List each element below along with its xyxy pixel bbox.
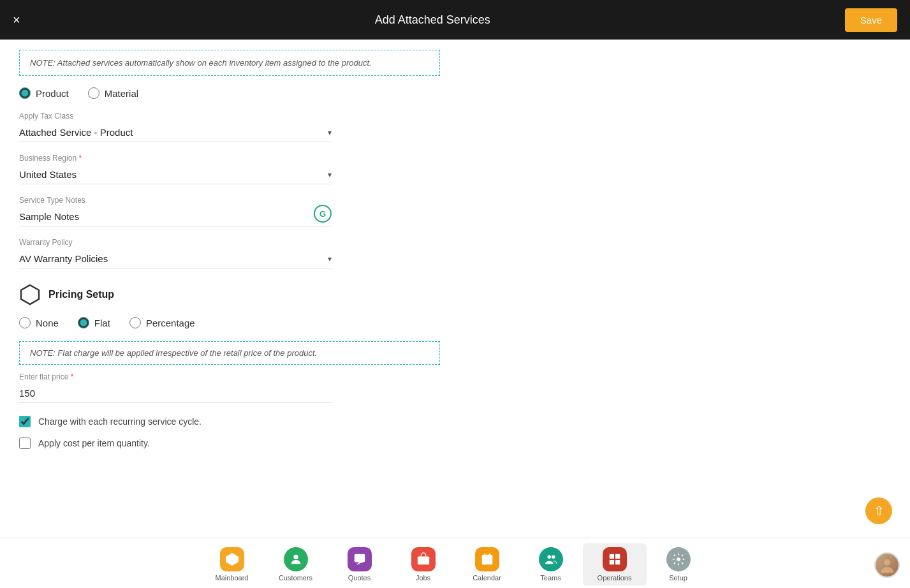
- flat-price-label: Enter flat price *: [19, 372, 332, 381]
- radio-percentage-label: Percentage: [146, 318, 195, 328]
- flat-price-input[interactable]: [19, 384, 332, 403]
- radio-material[interactable]: Material: [88, 87, 138, 99]
- quotes-nav-icon: [348, 547, 372, 571]
- scroll-top-button[interactable]: ⇧: [865, 497, 892, 524]
- nav-setup[interactable]: Setup: [647, 543, 710, 585]
- service-type-notes-field: Service Type Notes G: [19, 196, 332, 226]
- apply-tax-class-arrow-icon: ▾: [328, 128, 332, 137]
- setup-nav-icon: [666, 547, 691, 571]
- warranty-policy-field: Warranty Policy AV Warranty Policies ▾: [19, 238, 332, 268]
- nav-calendar[interactable]: Calendar: [455, 543, 519, 585]
- mainboard-nav-icon: [220, 547, 244, 571]
- jobs-nav-label: Jobs: [416, 574, 430, 582]
- radio-flat[interactable]: Flat: [78, 317, 110, 328]
- flat-price-field: Enter flat price *: [19, 372, 332, 403]
- app-header: × Add Attached Services Save: [0, 0, 910, 40]
- grammarly-icon: G: [314, 205, 332, 223]
- setup-nav-label: Setup: [669, 574, 687, 582]
- jobs-nav-icon: [411, 547, 436, 571]
- pricing-setup-section-header: Pricing Setup: [19, 284, 891, 305]
- svg-marker-1: [226, 553, 239, 566]
- recurring-checkbox-row: Charge with each recurring service cycle…: [19, 416, 891, 427]
- service-type-notes-label: Service Type Notes: [19, 196, 332, 205]
- business-region-field: Business Region * United States ▾: [19, 154, 332, 184]
- apply-tax-class-label: Apply Tax Class: [19, 112, 332, 121]
- teams-nav-label: Teams: [540, 574, 561, 582]
- business-region-value: United States: [19, 169, 77, 180]
- apply-tax-class-dropdown[interactable]: Attached Service - Product ▾: [19, 123, 332, 142]
- svg-rect-3: [354, 554, 365, 562]
- apply-tax-class-field: Apply Tax Class Attached Service - Produ…: [19, 112, 332, 142]
- type-radio-group: Product Material: [19, 87, 891, 99]
- mainboard-nav-label: Mainboard: [216, 574, 249, 582]
- bottom-navigation: Mainboard Customers Quotes: [0, 538, 910, 588]
- svg-point-20: [884, 559, 890, 566]
- radio-product[interactable]: Product: [19, 87, 69, 99]
- service-type-notes-input[interactable]: [19, 207, 332, 226]
- cost-per-item-label: Apply cost per item quantity.: [38, 438, 150, 448]
- customers-nav-label: Customers: [279, 574, 312, 582]
- warranty-policy-arrow-icon: ▾: [328, 254, 332, 263]
- radio-none[interactable]: None: [19, 317, 59, 328]
- cost-per-item-checkbox[interactable]: [19, 437, 31, 449]
- radio-product-label: Product: [36, 88, 69, 99]
- info-note-text: NOTE: Attached services automatically sh…: [30, 58, 429, 68]
- pricing-radio-group: None Flat Percentage: [19, 317, 891, 328]
- svg-point-19: [677, 557, 680, 561]
- business-region-dropdown[interactable]: United States ▾: [19, 165, 332, 184]
- warranty-policy-value: AV Warranty Policies: [19, 253, 108, 264]
- pricing-setup-hex-icon: [19, 284, 41, 305]
- svg-rect-17: [609, 560, 613, 564]
- calendar-nav-icon: [475, 547, 499, 571]
- flat-note-box: NOTE: Flat charge will be applied irresp…: [19, 341, 440, 365]
- business-region-arrow-icon: ▾: [328, 170, 332, 179]
- business-region-label: Business Region *: [19, 154, 332, 163]
- operations-nav-icon: [603, 547, 627, 571]
- quotes-nav-label: Quotes: [348, 574, 371, 582]
- warranty-policy-label: Warranty Policy: [19, 238, 332, 247]
- cost-per-item-checkbox-row: Apply cost per item quantity.: [19, 437, 891, 449]
- teams-nav-icon: [539, 547, 563, 571]
- radio-none-label: None: [36, 318, 59, 328]
- svg-point-2: [293, 555, 298, 559]
- svg-rect-9: [481, 555, 492, 565]
- info-note-box: NOTE: Attached services automatically sh…: [19, 50, 440, 76]
- warranty-policy-dropdown[interactable]: AV Warranty Policies ▾: [19, 249, 332, 268]
- flat-note-text: NOTE: Flat charge will be applied irresp…: [30, 348, 429, 358]
- dialog-title: Add Attached Services: [375, 13, 490, 27]
- save-button[interactable]: Save: [845, 8, 897, 32]
- radio-percentage[interactable]: Percentage: [129, 317, 195, 328]
- svg-rect-15: [609, 554, 613, 559]
- close-button[interactable]: ×: [13, 13, 20, 26]
- main-content: NOTE: Attached services automatically sh…: [0, 40, 910, 538]
- recurring-checkbox[interactable]: [19, 416, 31, 427]
- customers-nav-icon: [284, 547, 308, 571]
- nav-quotes[interactable]: Quotes: [328, 543, 392, 585]
- svg-rect-16: [615, 554, 619, 559]
- radio-material-label: Material: [105, 88, 138, 99]
- calendar-nav-label: Calendar: [473, 574, 501, 582]
- svg-marker-0: [21, 285, 39, 304]
- avatar[interactable]: [874, 552, 900, 578]
- nav-customers[interactable]: Customers: [264, 543, 328, 585]
- radio-flat-label: Flat: [94, 318, 110, 328]
- pricing-setup-title: Pricing Setup: [48, 289, 114, 300]
- nav-teams[interactable]: Teams: [519, 543, 583, 585]
- operations-nav-label: Operations: [598, 574, 632, 582]
- svg-rect-18: [615, 560, 619, 564]
- nav-jobs[interactable]: Jobs: [392, 543, 455, 585]
- svg-point-14: [551, 555, 555, 559]
- svg-point-13: [547, 555, 551, 559]
- apply-tax-class-value: Attached Service - Product: [19, 127, 133, 138]
- nav-operations[interactable]: Operations: [583, 543, 647, 585]
- recurring-label: Charge with each recurring service cycle…: [38, 416, 202, 427]
- nav-mainboard[interactable]: Mainboard: [200, 543, 264, 585]
